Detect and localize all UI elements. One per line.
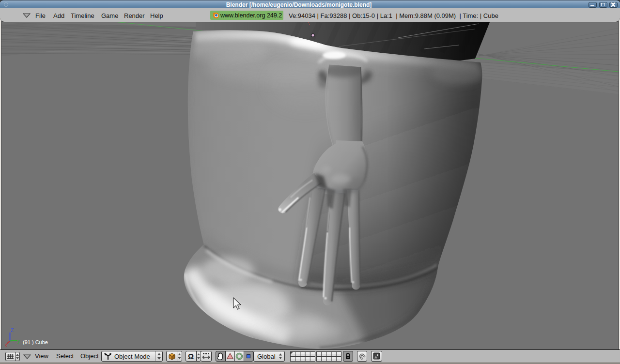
svg-text:y: y	[17, 338, 20, 344]
svg-text:Z: Z	[11, 328, 14, 333]
svg-text:(91 ) Cube: (91 ) Cube	[23, 339, 48, 345]
svg-text:x: x	[5, 343, 7, 348]
